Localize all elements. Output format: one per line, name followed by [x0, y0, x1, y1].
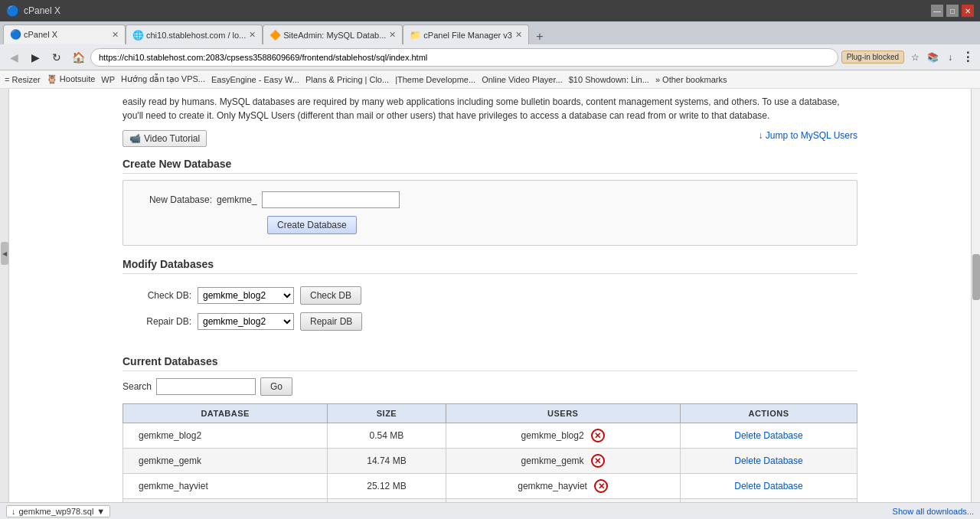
new-tab-button[interactable]: +	[531, 29, 549, 44]
intro-paragraph: easily read by humans. MySQL databases a…	[122, 89, 858, 130]
current-databases-section: Current Databases Search Go Database Siz…	[122, 355, 858, 502]
tab-close-1[interactable]: ✕	[112, 30, 119, 40]
forward-button[interactable]: ▶	[26, 48, 44, 67]
table-row: gemkme_gemk 14.74 MB gemkme_gemk ✕ Delet…	[123, 449, 858, 474]
search-input[interactable]	[156, 378, 256, 395]
tab-close-4[interactable]: ✕	[515, 30, 522, 40]
show-all-downloads-link[interactable]: Show all downloads...	[893, 507, 974, 516]
db-users-3: gemkme_hayviet ✕	[446, 474, 680, 499]
star-icon[interactable]: ☆	[907, 50, 923, 65]
bookmark-resizer[interactable]: = Resizer	[5, 75, 41, 84]
modify-db-section-header: Modify Databases	[122, 258, 858, 274]
nav-right-icons: ☆ 📚 ↓ ⋮	[907, 50, 975, 65]
table-row: gemkme_blog2 0.54 MB gemkme_blog2 ✕ Dele…	[123, 423, 858, 449]
tab-favicon-4: 📁	[410, 30, 420, 41]
bookmark-showdown[interactable]: $10 Showdown: Lin...	[569, 75, 649, 84]
bookmark-vps[interactable]: Hướng dẫn tạo VPS...	[121, 74, 205, 84]
reload-button[interactable]: ↻	[47, 48, 66, 67]
page-content: ◀ easily read by humans. MySQL databases…	[0, 89, 980, 502]
create-db-button-row: Create Database	[136, 216, 844, 234]
delete-database-link-2[interactable]: Delete Database	[734, 455, 802, 466]
tab-label-3: SiteAdmin: MySQL Datab...	[283, 31, 386, 40]
col-header-actions: Actions	[680, 404, 857, 423]
navigation-bar: ◀ ▶ ↻ 🏠 Plug-in blocked ☆ 📚 ↓ ⋮	[0, 44, 980, 70]
search-label: Search	[122, 381, 152, 392]
bookmark-hootsuite[interactable]: 🦉 Hootsuite	[47, 74, 96, 84]
search-go-button[interactable]: Go	[260, 377, 292, 396]
tab-close-3[interactable]: ✕	[389, 30, 396, 40]
close-button[interactable]: ✕	[962, 5, 974, 17]
tab-label-1: cPanel X	[24, 30, 109, 39]
download-icon[interactable]: ↓	[942, 50, 958, 65]
back-button[interactable]: ◀	[5, 48, 23, 67]
repair-db-select[interactable]: gemkme_blog2 gemkme_gemk gemkme_hayviet …	[198, 313, 294, 330]
bookmark-theme[interactable]: |Theme Developme...	[395, 75, 475, 84]
window-controls: — □ ✕	[931, 5, 974, 17]
tab-favicon-2: 🌐	[132, 30, 143, 41]
right-scrollbar[interactable]	[971, 89, 980, 502]
jump-to-mysql-users-link[interactable]: ↓ Jump to MySQL Users	[758, 130, 858, 141]
check-db-select[interactable]: gemkme_blog2 gemkme_gemk gemkme_hayviet …	[198, 287, 294, 304]
maximize-button[interactable]: □	[946, 5, 959, 17]
minimize-button[interactable]: —	[931, 5, 943, 17]
new-database-row: New Database: gemkme_	[136, 191, 844, 208]
new-database-input[interactable]	[262, 191, 400, 208]
col-header-size: Size	[328, 404, 446, 423]
db-size-3: 25.12 MB	[328, 474, 446, 499]
db-name-2: gemkme_gemk	[123, 449, 328, 474]
tab-stablehost[interactable]: 🌐 chi10.stablehost.com / lo... ✕	[126, 24, 263, 44]
delete-database-link-3[interactable]: Delete Database	[734, 481, 802, 491]
browser-window: 🔵 cPanel X — □ ✕ 🔵 cPanel X ✕ 🌐 chi10.st…	[0, 0, 980, 519]
db-name-3: gemkme_hayviet	[123, 474, 328, 499]
video-tutorial-button[interactable]: 📹 Video Tutorial	[122, 130, 207, 147]
databases-table: Database Size Users Actions gemkme_blog2…	[122, 403, 858, 502]
address-bar[interactable]	[90, 48, 838, 67]
bookmark-manager-icon[interactable]: 📚	[925, 50, 940, 65]
bookmark-wp[interactable]: WP	[101, 75, 115, 84]
tab-close-2[interactable]: ✕	[249, 30, 256, 40]
create-new-database-section: Create New Database New Database: gemkme…	[122, 158, 858, 246]
video-tutorial-label: Video Tutorial	[144, 133, 200, 144]
new-db-label: New Database:	[136, 194, 212, 205]
db-actions-2: Delete Database	[680, 449, 857, 474]
download-filename: gemkme_wp978.sql	[19, 507, 94, 516]
tab-file-manager[interactable]: 📁 cPanel File Manager v3 ✕	[403, 24, 529, 44]
delete-database-link-1[interactable]: Delete Database	[734, 430, 802, 441]
db-users-2: gemkme_gemk ✕	[446, 449, 680, 474]
col-header-users: Users	[446, 404, 680, 423]
left-sidebar-strip: ◀	[0, 89, 9, 502]
delete-user-icon-2[interactable]: ✕	[591, 454, 605, 468]
repair-db-row: Repair DB: gemkme_blog2 gemkme_gemk gemk…	[122, 312, 858, 331]
db-name-1: gemkme_blog2	[123, 423, 328, 449]
repair-db-label: Repair DB:	[122, 316, 191, 327]
tab-siteadmin[interactable]: 🔶 SiteAdmin: MySQL Datab... ✕	[263, 24, 403, 44]
bookmarks-bar: = Resizer 🦉 Hootsuite WP Hướng dẫn tạo V…	[0, 70, 980, 89]
main-content-area: easily read by humans. MySQL databases a…	[9, 89, 971, 502]
create-db-section-header: Create New Database	[122, 158, 858, 174]
jump-link-label: Jump to MySQL Users	[766, 130, 858, 141]
scrollbar-track	[972, 89, 980, 502]
bookmark-other[interactable]: » Other bookmarks	[655, 75, 727, 84]
create-database-button[interactable]: Create Database	[267, 216, 357, 234]
plug-in-blocked-button[interactable]: Plug-in blocked	[841, 51, 904, 64]
check-db-button[interactable]: Check DB	[300, 286, 361, 305]
download-dropdown-icon[interactable]: ▼	[96, 507, 105, 516]
repair-db-button[interactable]: Repair DB	[300, 312, 362, 331]
delete-user-icon-3[interactable]: ✕	[594, 479, 608, 493]
tab-favicon-3: 🔶	[270, 30, 280, 41]
download-item[interactable]: ↓ gemkme_wp978.sql ▼	[6, 505, 110, 517]
browser-title: cPanel X	[24, 5, 60, 16]
bookmark-plans[interactable]: Plans & Pricing | Clo...	[305, 75, 389, 84]
col-header-database: Database	[123, 404, 328, 423]
db-users-1: gemkme_blog2 ✕	[446, 423, 680, 449]
sidebar-collapse-arrow[interactable]: ◀	[1, 242, 8, 265]
bookmark-easyengine[interactable]: EasyEngine - Easy W...	[211, 75, 299, 84]
delete-user-icon-1[interactable]: ✕	[591, 429, 605, 442]
status-bar-right: Show all downloads...	[893, 507, 974, 516]
current-db-section-header: Current Databases	[122, 355, 858, 371]
scrollbar-thumb[interactable]	[972, 254, 980, 300]
browser-menu-icon[interactable]: ⋮	[960, 50, 975, 65]
home-button[interactable]: 🏠	[69, 48, 87, 67]
tab-cpanel-x[interactable]: 🔵 cPanel X ✕	[3, 24, 126, 44]
bookmark-video[interactable]: Online Video Player...	[482, 75, 563, 84]
